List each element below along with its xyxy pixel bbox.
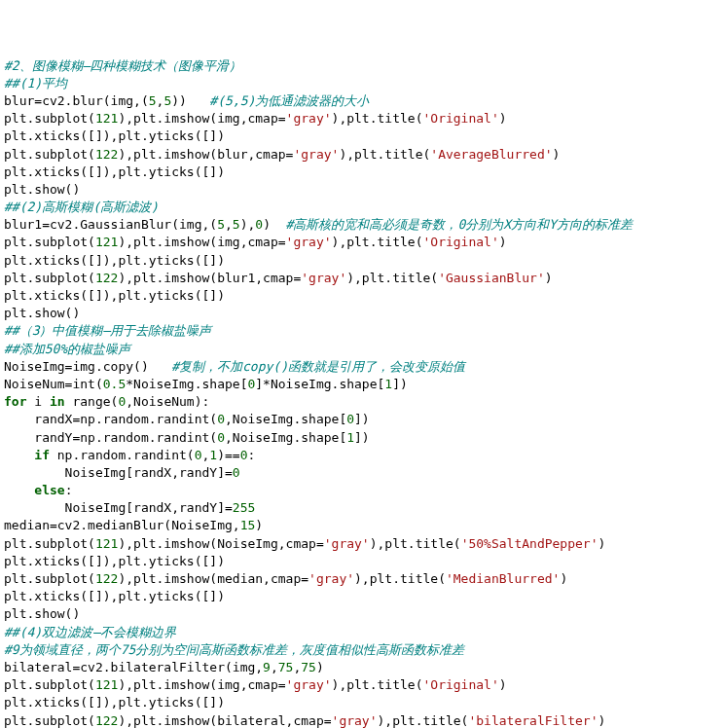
code-token: 9 bbox=[263, 660, 271, 674]
code-token: ),plt.imshow(blur,cmap= bbox=[118, 147, 293, 162]
code-token: 75 bbox=[301, 660, 316, 674]
code-token: plt.xticks([]),plt.yticks([]) bbox=[4, 695, 225, 710]
code-token: 0 bbox=[217, 430, 225, 445]
code-token: 122 bbox=[95, 713, 118, 728]
code-token: 122 bbox=[95, 147, 118, 162]
code-token: ##（3）中值模糊—用于去除椒盐噪声 bbox=[4, 323, 211, 338]
code-token: : bbox=[65, 483, 73, 497]
code-line: if np.random.randint(0,1)==0: bbox=[4, 447, 721, 464]
code-token: blur=cv2.blur(img,( bbox=[4, 93, 149, 108]
code-token: , bbox=[271, 660, 278, 674]
code-token: 255 bbox=[233, 500, 255, 515]
code-token: 'gray' bbox=[286, 677, 332, 692]
code-token: 75 bbox=[278, 660, 294, 674]
code-line: blur=cv2.blur(img,(5,5)) #(5,5)为低通滤波器的大小 bbox=[4, 92, 721, 110]
code-token: median=cv2.medianBlur(NoiseImg, bbox=[4, 518, 240, 532]
code-token: ]*NoiseImg.shape[ bbox=[255, 377, 384, 391]
code-line: ##(2)高斯模糊(高斯滤波) bbox=[4, 199, 721, 216]
code-token bbox=[4, 483, 34, 497]
code-line: plt.xticks([]),plt.yticks([]) bbox=[4, 553, 721, 570]
code-token: #(5,5)为低通滤波器的大小 bbox=[209, 93, 369, 108]
code-token: 121 bbox=[95, 235, 118, 249]
code-token: ),plt.imshow(median,cmap= bbox=[118, 571, 308, 586]
code-token: 'MedianBlurred' bbox=[446, 571, 560, 586]
code-token bbox=[4, 448, 34, 462]
code-token: ),plt.title( bbox=[378, 713, 469, 728]
code-token: plt.subplot( bbox=[4, 147, 95, 162]
code-line: ##(4)双边滤波—不会模糊边界 bbox=[4, 624, 721, 641]
code-token: 'GaussianBlur' bbox=[438, 271, 545, 285]
code-line: plt.xticks([]),plt.yticks([]) bbox=[4, 287, 721, 305]
code-token: ]) bbox=[354, 430, 370, 445]
code-token: plt.subplot( bbox=[4, 235, 95, 249]
code-token: ) bbox=[499, 235, 507, 249]
code-line: #2、图像模糊—四种模糊技术（图像平滑） bbox=[4, 57, 721, 75]
code-token: ) bbox=[263, 217, 285, 232]
code-token: ),plt.imshow(img,cmap= bbox=[118, 111, 285, 126]
code-token: NoiseNum=int( bbox=[4, 377, 103, 391]
code-line: blur1=cv2.GaussianBlur(img,(5,5),0) #高斯核… bbox=[4, 216, 721, 234]
code-line: ##(1)平均 bbox=[4, 75, 721, 92]
code-line: ##添加50%的椒盐噪声 bbox=[4, 341, 721, 358]
code-token: ),plt.title( bbox=[370, 536, 461, 551]
code-token: ),plt.imshow(bilateral,cmap= bbox=[118, 713, 331, 728]
code-token: ),plt.imshow(NoiseImg,cmap= bbox=[118, 536, 323, 551]
code-token: ),plt.imshow(img,cmap= bbox=[118, 235, 285, 249]
code-token: ),plt.title( bbox=[339, 147, 430, 162]
code-token: 5 bbox=[149, 93, 157, 108]
code-token: 'gray' bbox=[324, 536, 370, 551]
code-token: 122 bbox=[95, 571, 118, 586]
code-token: 'gray' bbox=[293, 147, 339, 162]
code-token: ) bbox=[255, 518, 263, 532]
code-token: plt.subplot( bbox=[4, 713, 95, 728]
code-token: ##(2)高斯模糊(高斯滤波) bbox=[4, 200, 159, 214]
code-line: NoiseImg=img.copy() #复制，不加copy()函数就是引用了，… bbox=[4, 358, 721, 376]
code-token: randX=np.random.randint( bbox=[4, 412, 217, 426]
code-token: 'bilateralFilter' bbox=[468, 713, 598, 728]
code-line: plt.xticks([]),plt.yticks([]) bbox=[4, 694, 721, 711]
code-line: plt.subplot(122),plt.imshow(blur,cmap='g… bbox=[4, 146, 721, 164]
code-line: plt.show() bbox=[4, 305, 721, 322]
code-line: plt.subplot(121),plt.imshow(img,cmap='gr… bbox=[4, 676, 721, 694]
code-token: blur1=cv2.GaussianBlur(img,( bbox=[4, 217, 217, 232]
code-token: randY=np.random.randint( bbox=[4, 430, 217, 445]
code-token: ,NoiseNum): bbox=[126, 394, 209, 409]
code-token: plt.subplot( bbox=[4, 677, 95, 692]
code-token: plt.show() bbox=[4, 182, 80, 197]
code-token: if bbox=[34, 448, 50, 462]
code-token: 15 bbox=[240, 518, 256, 532]
code-line: else: bbox=[4, 482, 721, 499]
code-token: 122 bbox=[95, 271, 118, 285]
code-token: #高斯核的宽和高必须是奇数，0分别为X方向和Y方向的标准差 bbox=[286, 217, 633, 232]
code-token: 'AverageBlurred' bbox=[430, 147, 552, 162]
code-token: NoiseImg=img.copy() bbox=[4, 359, 171, 374]
code-token: )== bbox=[217, 448, 239, 462]
code-line: plt.xticks([]),plt.yticks([]) bbox=[4, 164, 721, 181]
code-token: plt.subplot( bbox=[4, 536, 95, 551]
code-token: : bbox=[247, 448, 255, 462]
code-token: , bbox=[225, 217, 233, 232]
code-line: plt.subplot(121),plt.imshow(img,cmap='gr… bbox=[4, 234, 721, 251]
code-token: 'Original' bbox=[422, 235, 498, 249]
code-token: #9为领域直径，两个75分别为空间高斯函数标准差，灰度值相似性高斯函数标准差 bbox=[4, 642, 464, 657]
code-token: ),plt.title( bbox=[332, 677, 423, 692]
code-line: NoiseImg[randX,randY]=255 bbox=[4, 499, 721, 517]
code-token: range( bbox=[65, 394, 119, 409]
code-line: plt.subplot(122),plt.imshow(bilateral,cm… bbox=[4, 712, 721, 729]
code-token: 'Original' bbox=[422, 677, 498, 692]
code-token: ##添加50%的椒盐噪声 bbox=[4, 342, 130, 356]
code-line: plt.subplot(121),plt.imshow(NoiseImg,cma… bbox=[4, 535, 721, 553]
code-token: 1 bbox=[384, 377, 392, 391]
code-block: #2、图像模糊—四种模糊技术（图像平滑）##(1)平均blur=cv2.blur… bbox=[4, 57, 721, 728]
code-line: NoiseImg[randX,randY]=0 bbox=[4, 464, 721, 482]
code-token: ) bbox=[553, 147, 561, 162]
code-token: 'gray' bbox=[301, 271, 346, 285]
code-line: plt.xticks([]),plt.yticks([]) bbox=[4, 127, 721, 145]
code-token: 0 bbox=[346, 412, 354, 426]
code-token: plt.xticks([]),plt.yticks([]) bbox=[4, 164, 225, 179]
code-token: '50%SaltAndPepper' bbox=[461, 536, 598, 551]
code-token: 'Original' bbox=[422, 111, 498, 126]
code-token: plt.subplot( bbox=[4, 571, 95, 586]
code-token: ) bbox=[545, 271, 553, 285]
code-token: ) bbox=[560, 571, 567, 586]
